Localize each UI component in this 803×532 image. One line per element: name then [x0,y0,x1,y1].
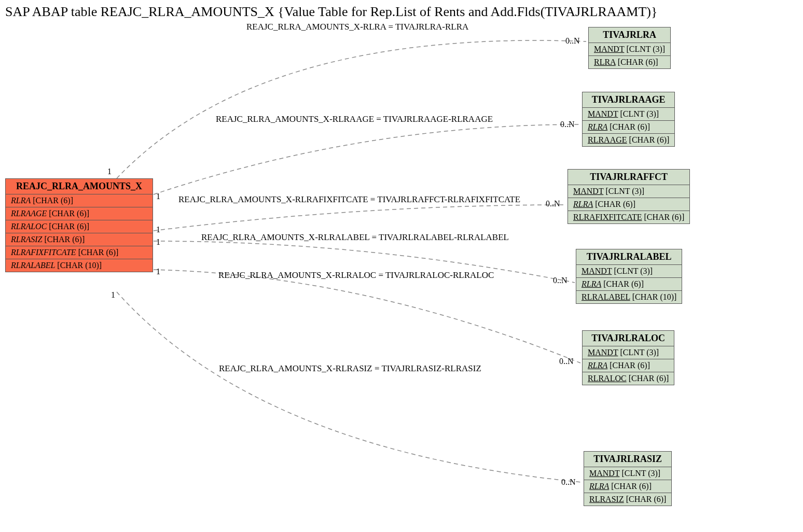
tgt-card-1: 0..N [560,120,575,129]
entity-field: RLRALABEL [CHAR (10)] [6,259,153,272]
tgt-card-5: 0..N [561,478,576,487]
entity-target-header: TIVAJRLRAAGE [583,92,674,108]
entity-source: REAJC_RLRA_AMOUNTS_X RLRA [CHAR (6)] RLR… [5,178,153,272]
src-card-1: 1 [156,192,160,201]
entity-target-header: TIVAJRLRALABEL [576,249,682,265]
entity-field: RLRAFIXFITCATE [CHAR (6)] [6,246,153,259]
tgt-card-3: 0..N [553,276,567,285]
relation-label-0: REAJC_RLRA_AMOUNTS_X-RLRA = TIVAJRLRA-RL… [246,22,468,32]
entity-target-4: TIVAJRLRALOC MANDT [CLNT (3)] RLRA [CHAR… [582,330,674,385]
relation-label-5: REAJC_RLRA_AMOUNTS_X-RLRASIZ = TIVAJRLRA… [219,363,481,374]
entity-field: MANDT [CLNT (3)] [583,346,674,359]
src-card-4: 1 [156,267,160,276]
entity-target-1: TIVAJRLRAAGE MANDT [CLNT (3)] RLRA [CHAR… [582,92,675,147]
entity-field: RLRAFIXFITCATE [CHAR (6)] [568,211,689,223]
relation-label-2: REAJC_RLRA_AMOUNTS_X-RLRAFIXFITCATE = TI… [178,194,520,205]
relation-label-1: REAJC_RLRA_AMOUNTS_X-RLRAAGE = TIVAJRLRA… [216,114,493,124]
entity-target-3: TIVAJRLRALABEL MANDT [CLNT (3)] RLRA [CH… [576,249,682,304]
page-title: SAP ABAP table REAJC_RLRA_AMOUNTS_X {Val… [5,4,657,20]
tgt-card-0: 0..N [565,36,580,46]
entity-field: MANDT [CLNT (3)] [576,265,682,278]
entity-target-2: TIVAJRLRAFFCT MANDT [CLNT (3)] RLRA [CHA… [567,169,690,224]
entity-target-0: TIVAJRLRA MANDT [CLNT (3)] RLRA [CHAR (6… [588,27,671,69]
tgt-card-2: 0..N [546,199,560,208]
entity-field: RLRA [CHAR (6)] [584,480,671,493]
entity-field: RLRALOC [CHAR (6)] [583,372,674,385]
entity-field: RLRA [CHAR (6)] [583,121,674,134]
entity-field: RLRA [CHAR (6)] [568,198,689,211]
entity-target-header: TIVAJRLRAFFCT [568,170,689,185]
src-card-3: 1 [156,237,160,247]
entity-field: RLRASIZ [CHAR (6)] [584,493,671,506]
tgt-card-4: 0..N [559,357,574,366]
entity-field: RLRALABEL [CHAR (10)] [576,291,682,303]
entity-field: RLRA [CHAR (6)] [583,359,674,372]
entity-field: RLRA [CHAR (6)] [576,278,682,291]
relation-label-3: REAJC_RLRA_AMOUNTS_X-RLRALABEL = TIVAJRL… [201,232,509,243]
entity-field: RLRALOC [CHAR (6)] [6,220,153,233]
entity-target-header: TIVAJRLRASIZ [584,452,671,467]
entity-field: RLRAAGE [CHAR (6)] [6,207,153,220]
entity-field: MANDT [CLNT (3)] [568,185,689,198]
entity-field: RLRAAGE [CHAR (6)] [583,134,674,146]
entity-target-5: TIVAJRLRASIZ MANDT [CLNT (3)] RLRA [CHAR… [584,451,672,506]
entity-source-header: REAJC_RLRA_AMOUNTS_X [6,179,153,194]
entity-field: MANDT [CLNT (3)] [584,467,671,480]
entity-target-header: TIVAJRLRA [589,27,670,43]
relation-label-4: REAJC_RLRA_AMOUNTS_X-RLRALOC = TIVAJRLRA… [218,270,494,281]
src-card-5: 1 [111,290,115,300]
entity-field: RLRA [CHAR (6)] [6,194,153,207]
entity-field: MANDT [CLNT (3)] [589,43,670,56]
src-card-0: 1 [107,167,112,176]
entity-field: MANDT [CLNT (3)] [583,108,674,121]
entity-target-header: TIVAJRLRALOC [583,331,674,346]
entity-field: RLRASIZ [CHAR (6)] [6,233,153,246]
entity-field: RLRA [CHAR (6)] [589,56,670,68]
src-card-2: 1 [156,225,160,234]
